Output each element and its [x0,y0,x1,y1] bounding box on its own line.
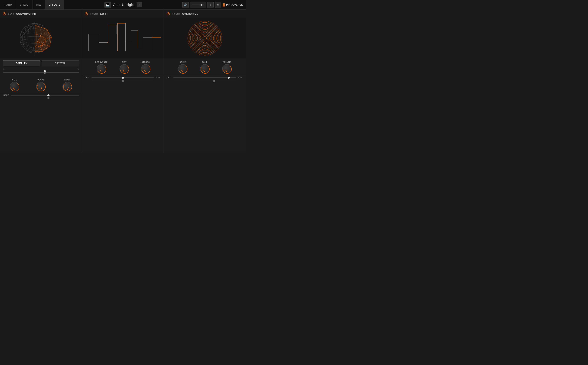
overdrive-name: OVERDRIVE [182,13,198,15]
nav-center: 🎹 Cool Upright ≡ [65,2,182,8]
svg-point-62 [199,33,210,44]
dist-knob-container: DIST [120,61,129,74]
overdrive-svg [174,20,236,57]
tone-knob[interactable] [200,64,210,74]
stereo-knob-container: STEREO [141,61,150,74]
svg-rect-19 [16,20,35,57]
tone-knob-container: TONE [200,61,210,74]
svg-point-67 [223,65,232,73]
lofi-header: INSERT LO-FI [82,10,164,18]
svg-point-47 [196,29,214,47]
preset-name: Cool Upright [113,3,134,7]
overdrive-type: INSERT [172,13,180,15]
decay-knob-container: DECAY [36,79,46,91]
svg-point-41 [142,65,150,73]
svg-point-37 [63,83,72,91]
lofi-dry-slider-2[interactable] [91,81,154,81]
overdrive-dry-wet: DRY WET [164,75,246,80]
svg-point-46 [197,31,212,46]
tab-effects[interactable]: EFFECTS [45,0,65,9]
convomorph-input-row-2 [0,98,82,99]
convomorph-viz [0,18,82,58]
overdrive-dry-slider[interactable] [174,77,236,78]
dist-knob[interactable] [120,64,129,74]
input-slider[interactable] [11,95,79,96]
speaker-button[interactable]: 🔊 [182,2,189,8]
lofi-dry-slider[interactable] [91,77,154,78]
menu-button[interactable]: ≡ [137,2,142,7]
svg-point-49 [193,27,216,50]
overdrive-panel: INSERT OVERDRIVE [164,10,246,153]
overdrive-header: INSERT OVERDRIVE [164,10,246,18]
convomorph-power-button[interactable] [3,12,6,15]
svg-point-51 [190,24,219,53]
morph-slider-1[interactable] [3,71,79,71]
bandwidth-knob-container: BANDWIDTH [95,61,108,74]
width-label: WIDTH [64,79,71,81]
alert-button[interactable]: ! [207,2,214,8]
main-content: SEND CONVOMORPH [0,10,246,153]
piano-icon: 🎹 [104,2,111,8]
tab-mix[interactable]: MIX [32,0,45,9]
lofi-name: LO-FI [100,13,108,15]
lofi-panel: INSERT LO-FI [82,10,164,153]
settings-icon: ⚙ [217,3,219,6]
size-knob-container: SIZE [10,79,19,91]
lofi-type: INSERT [90,13,98,15]
ab-selector: COMPLEX CRYSTAL [3,61,79,66]
input-slider-2[interactable] [11,98,79,98]
crystal-button[interactable]: CRYSTAL [42,61,79,66]
size-knob[interactable] [10,82,19,91]
svg-point-55 [189,23,220,53]
speaker-icon: 🔊 [184,3,187,6]
bandwidth-label: BANDWIDTH [95,61,108,63]
morph-slider-2[interactable] [3,72,79,73]
decay-label: DECAY [37,79,44,81]
stereo-label: STEREO [142,61,150,63]
lofi-viz [82,18,164,58]
overdrive-wet-slider-2[interactable] [174,81,236,81]
svg-point-60 [196,30,213,46]
svg-point-48 [195,28,215,48]
convomorph-knobs: SIZE DECAY WIDTH [0,76,82,93]
svg-point-61 [198,31,212,45]
dist-label: DIST [122,61,127,63]
lofi-dry-wet: DRY WET [82,75,164,80]
tab-space[interactable]: SPACE [16,0,32,9]
svg-point-39 [98,65,106,73]
lofi-knobs: BANDWIDTH DIST STEREO [82,58,164,75]
svg-point-45 [199,32,211,44]
lofi-power-button[interactable] [85,12,88,15]
svg-point-36 [37,83,45,91]
convomorph-type: SEND [8,13,14,15]
svg-point-53 [188,21,222,55]
volume-knob[interactable] [222,64,232,74]
convomorph-input-row: INPUT [0,93,82,98]
ab-labels: A B [3,68,79,70]
svg-line-13 [23,27,26,45]
convomorph-panel: SEND CONVOMORPH [0,10,82,153]
overdrive-power-button[interactable] [167,12,170,15]
input-label: INPUT [3,94,10,96]
volume-label: VOLUME [223,61,231,63]
svg-point-35 [11,83,19,91]
overdrive-wet-label: WET [238,77,243,78]
settings-button[interactable]: ⚙ [215,2,221,8]
tab-piano[interactable]: PIANO [0,0,16,9]
ab-selector-area: COMPLEX CRYSTAL A B [0,58,82,76]
lofi-dry-label: DRY [85,77,90,78]
volume-slider[interactable] [190,2,206,8]
decay-knob[interactable] [36,82,46,91]
drive-knob[interactable] [178,64,188,74]
svg-point-40 [120,65,129,73]
complex-button[interactable]: COMPLEX [3,61,40,66]
convomorph-svg [16,20,65,57]
svg-point-58 [194,27,216,49]
bandwidth-knob[interactable] [97,64,106,74]
drive-knob-container: DRIVE [178,61,188,74]
tone-label: TONE [202,61,208,63]
stereo-knob[interactable] [141,64,150,74]
width-knob[interactable] [63,82,72,91]
nav-right: 🔊 ! ⚙ ⣿ PIANOVERSE [182,2,246,8]
overdrive-dry-label: DRY [167,77,172,78]
